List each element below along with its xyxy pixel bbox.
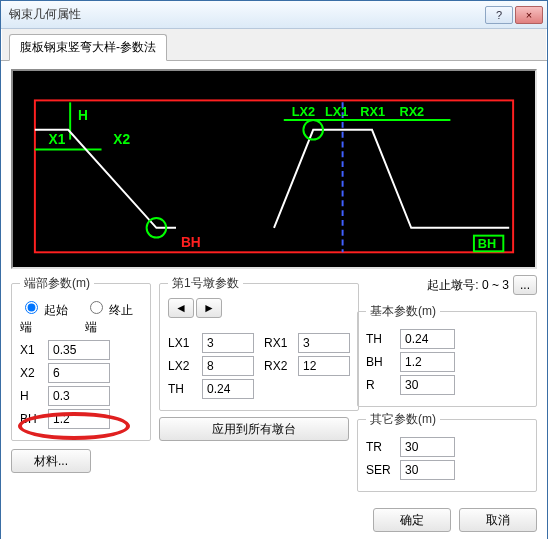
- X2-input[interactable]: [48, 363, 110, 383]
- basic-params-group: 基本参数(m) TH BH R: [357, 303, 537, 407]
- label-BH-right: BH: [478, 236, 496, 251]
- basic-BH-input[interactable]: [400, 352, 455, 372]
- svg-rect-0: [35, 100, 513, 252]
- TR-input[interactable]: [400, 437, 455, 457]
- window-title: 钢束几何属性: [5, 6, 483, 23]
- LX2-input[interactable]: [202, 356, 254, 376]
- basic-BH-label: BH: [366, 355, 396, 369]
- apply-all-piers-button[interactable]: 应用到所有墩台: [159, 417, 349, 441]
- tabstrip: 腹板钢束竖弯大样-参数法: [1, 29, 547, 61]
- H-input[interactable]: [48, 386, 110, 406]
- basic-params-legend: 基本参数(m): [366, 303, 440, 320]
- label-LX2: LX2: [292, 104, 315, 119]
- geometry-diagram: H X1 X2 BH LX2 LX1 RX1 RX2: [11, 69, 537, 269]
- RX2-input[interactable]: [298, 356, 350, 376]
- radio-start-label[interactable]: 起始端: [20, 298, 77, 336]
- X1-label: X1: [20, 343, 44, 357]
- pier-range-label: 起止墩号: 0 ~ 3: [427, 277, 509, 294]
- label-BH-left: BH: [181, 235, 201, 250]
- end-params-legend: 端部参数(m): [20, 275, 94, 292]
- basic-R-label: R: [366, 378, 396, 392]
- X1-input[interactable]: [48, 340, 110, 360]
- basic-TH-input[interactable]: [400, 329, 455, 349]
- other-params-group: 其它参数(m) TR SER: [357, 411, 537, 492]
- close-button[interactable]: ×: [515, 6, 543, 24]
- dialog-footer: 确定 取消: [11, 500, 537, 532]
- label-LX1: LX1: [325, 104, 348, 119]
- radio-end-label[interactable]: 终止端: [85, 298, 142, 336]
- SER-label: SER: [366, 463, 396, 477]
- help-button[interactable]: ?: [485, 6, 513, 24]
- pier-range-more-button[interactable]: ...: [513, 275, 537, 295]
- RX2-label: RX2: [264, 359, 294, 373]
- SER-input[interactable]: [400, 460, 455, 480]
- BH-input[interactable]: [48, 409, 110, 429]
- H-label: H: [20, 389, 44, 403]
- X2-label: X2: [20, 366, 44, 380]
- tab-param-method[interactable]: 腹板钢束竖弯大样-参数法: [9, 34, 167, 61]
- label-H: H: [78, 108, 88, 123]
- pier-TH-label: TH: [168, 382, 198, 396]
- pier-params-group: 第1号墩参数 ◄ ► LX1 RX1 LX2: [159, 275, 359, 411]
- client-area: H X1 X2 BH LX2 LX1 RX1 RX2: [1, 61, 547, 539]
- BH-label: BH: [20, 412, 44, 426]
- pier-next-button[interactable]: ►: [196, 298, 222, 318]
- radio-end[interactable]: [90, 301, 103, 314]
- end-params-group: 端部参数(m) 起始端 终止端 X1 X2: [11, 275, 151, 441]
- label-RX1: RX1: [360, 104, 385, 119]
- pier-TH-input[interactable]: [202, 379, 254, 399]
- dialog-window: 钢束几何属性 ? × 腹板钢束竖弯大样-参数法 H X1 X2 BH: [0, 0, 548, 539]
- LX2-label: LX2: [168, 359, 198, 373]
- label-X1: X1: [49, 132, 66, 147]
- basic-R-input[interactable]: [400, 375, 455, 395]
- radio-start[interactable]: [25, 301, 38, 314]
- pier-prev-button[interactable]: ◄: [168, 298, 194, 318]
- LX1-input[interactable]: [202, 333, 254, 353]
- other-params-legend: 其它参数(m): [366, 411, 440, 428]
- cancel-button[interactable]: 取消: [459, 508, 537, 532]
- RX1-label: RX1: [264, 336, 294, 350]
- basic-TH-label: TH: [366, 332, 396, 346]
- RX1-input[interactable]: [298, 333, 350, 353]
- label-X2: X2: [113, 132, 130, 147]
- pier-params-legend: 第1号墩参数: [168, 275, 243, 292]
- TR-label: TR: [366, 440, 396, 454]
- material-button[interactable]: 材料...: [11, 449, 91, 473]
- LX1-label: LX1: [168, 336, 198, 350]
- label-RX2: RX2: [399, 104, 424, 119]
- ok-button[interactable]: 确定: [373, 508, 451, 532]
- titlebar: 钢束几何属性 ? ×: [1, 1, 547, 29]
